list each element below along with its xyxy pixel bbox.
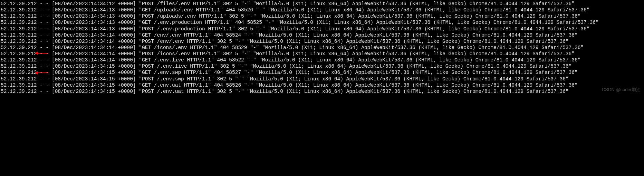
log-line: 52.12.39.212 - - [08/Dec/2023:14:34:14 +… bbox=[1, 39, 569, 44]
log-line: 52.12.39.212 - - [08/Dec/2023:14:34:13 +… bbox=[1, 7, 589, 13]
log-line: 52.12.39.212 - - [08/Dec/2023:14:34:14 +… bbox=[1, 32, 578, 38]
log-line: 52.12.39.212 - - [08/Dec/2023:14:34:14 +… bbox=[1, 45, 584, 50]
log-line: 52.12.39.212 - - [08/Dec/2023:14:34:13 +… bbox=[1, 20, 599, 25]
log-line: 52.12.39.212 - - [08/Dec/2023:14:34:12 +… bbox=[1, 1, 575, 7]
log-line: 52.12.39.212 - - [08/Dec/2023:14:34:15 +… bbox=[1, 63, 571, 69]
access-log-output: 52.12.39.212 - - [08/Dec/2023:14:34:12 +… bbox=[1, 1, 643, 95]
log-line: 52.12.39.212 - - [08/Dec/2023:14:34:14 +… bbox=[1, 51, 575, 57]
log-line: 52.12.39.212 - - [08/Dec/2023:14:34:14 +… bbox=[1, 57, 580, 63]
log-line: 52.12.39.212 - - [08/Dec/2023:14:34:15 +… bbox=[1, 70, 578, 75]
log-line: 52.12.39.212 - - [08/Dec/2023:14:34:13 +… bbox=[1, 26, 589, 32]
log-line: 52.12.39.212 - - [08/Dec/2023:14:34:15 +… bbox=[1, 76, 569, 82]
log-line: 52.12.39.212 - - [08/Dec/2023:14:34:13 +… bbox=[1, 13, 580, 19]
log-line: 52.12.39.212 - - [08/Dec/2023:14:34:15 +… bbox=[1, 89, 569, 94]
log-line: 52.12.39.212 - - [08/Dec/2023:14:34:15 +… bbox=[1, 82, 578, 88]
